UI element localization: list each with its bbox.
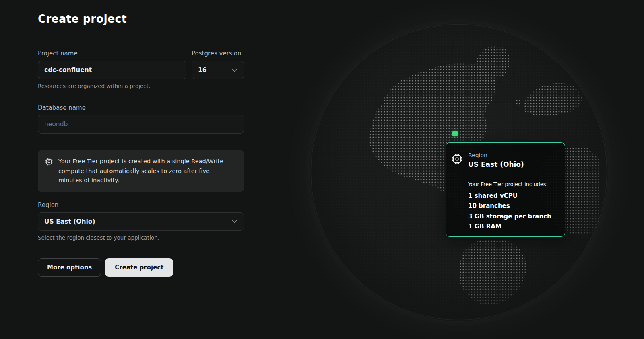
- more-options-button[interactable]: More options: [38, 258, 101, 277]
- chevron-down-icon: [231, 218, 238, 225]
- postgres-version-field: Postgres version 16: [192, 50, 244, 79]
- chevron-down-icon: [231, 66, 238, 74]
- region-select[interactable]: US East (Ohio): [38, 212, 244, 231]
- tooltip-includes-heading: Your Free Tier project includes:: [468, 181, 561, 187]
- cpu-icon: [451, 153, 463, 165]
- database-name-label: Database name: [38, 104, 244, 111]
- region-field: Region US East (Ohio): [38, 201, 244, 231]
- name-version-row: Project name Postgres version 16: [38, 50, 244, 79]
- cpu-icon: [45, 158, 53, 166]
- free-tier-note-text: Your Free Tier project is created with a…: [58, 157, 235, 185]
- free-tier-note: Your Free Tier project is created with a…: [38, 150, 244, 192]
- region-tooltip-title: Region US East (Ohio): [468, 152, 524, 168]
- tooltip-include-item: 1 GB RAM: [468, 222, 561, 232]
- project-name-input[interactable]: [38, 61, 186, 79]
- tooltip-region-label: Region: [468, 152, 524, 159]
- postgres-version-value: 16: [198, 66, 207, 74]
- region-value: US East (Ohio): [44, 218, 95, 225]
- form-actions: More options Create project: [38, 258, 244, 277]
- database-name-input[interactable]: [38, 115, 244, 134]
- tooltip-include-item: 1 shared vCPU: [468, 191, 561, 201]
- project-name-label: Project name: [38, 50, 186, 57]
- tooltip-region-value: US East (Ohio): [468, 160, 524, 168]
- region-help: Select the region closest to your applic…: [38, 234, 244, 241]
- tooltip-include-item: 3 GB storage per branch: [468, 212, 561, 222]
- region-tooltip-body: Your Free Tier project includes: 1 share…: [468, 181, 561, 232]
- create-project-button[interactable]: Create project: [105, 258, 173, 277]
- project-name-help: Resources are organized within a project…: [38, 83, 244, 90]
- region-tooltip: Region US East (Ohio) Your Free Tier pro…: [446, 142, 565, 237]
- create-project-form: Create project Project name Postgres ver…: [38, 12, 244, 277]
- page-title: Create project: [38, 12, 244, 25]
- postgres-version-select[interactable]: 16: [192, 61, 244, 79]
- tooltip-includes-list: 1 shared vCPU 10 branches 3 GB storage p…: [468, 191, 561, 232]
- postgres-version-label: Postgres version: [192, 50, 244, 57]
- project-name-field: Project name: [38, 50, 186, 79]
- region-marker[interactable]: [452, 131, 458, 136]
- region-tooltip-header: Region US East (Ohio): [446, 143, 565, 168]
- database-name-field: Database name: [38, 104, 244, 134]
- region-label: Region: [38, 201, 244, 209]
- tooltip-include-item: 10 branches: [468, 201, 561, 211]
